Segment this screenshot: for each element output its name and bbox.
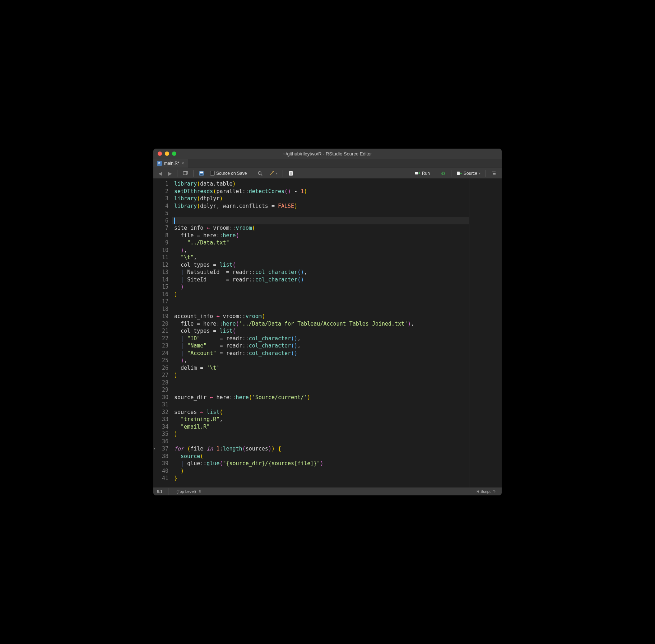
svg-point-4 (258, 172, 261, 174)
scope-selector[interactable]: (Top Level) ⇅ (174, 488, 203, 495)
svg-rect-2 (200, 172, 203, 173)
source-icon (456, 171, 462, 176)
tab-close-icon[interactable]: × (182, 161, 184, 166)
save-icon (199, 171, 204, 176)
popup-icon (182, 171, 188, 176)
app-window: ~/github/rileytwo/R - RStudio Source Edi… (153, 149, 502, 495)
filetype-label: R Script (477, 489, 491, 494)
source-button[interactable]: Source ▾ (454, 169, 483, 177)
close-window-button[interactable] (158, 151, 162, 156)
run-label: Run (422, 171, 430, 176)
code-editor[interactable]: 1234567891011121314151617181920212223242… (153, 179, 502, 487)
find-button[interactable] (255, 169, 265, 177)
compile-report-button[interactable] (286, 169, 296, 177)
cursor-position: 6:1 (157, 489, 162, 494)
toolbar: ◀ ▶ Source on Save ▾ Run (153, 168, 502, 179)
search-icon (257, 171, 263, 176)
svg-line-6 (270, 172, 273, 175)
window-title: ~/github/rileytwo/R - RStudio Source Edi… (283, 151, 372, 157)
run-icon (415, 171, 421, 176)
status-bar: 6:1 (Top Level) ⇅ R Script ⇅ (153, 487, 502, 495)
updown-icon: ⇅ (199, 490, 201, 493)
svg-line-5 (261, 174, 262, 176)
rerun-icon (440, 171, 446, 176)
titlebar: ~/github/rileytwo/R - RStudio Source Edi… (153, 149, 502, 159)
svg-rect-3 (200, 174, 203, 175)
checkbox-icon (210, 171, 215, 176)
source-on-save-toggle[interactable]: Source on Save (208, 170, 249, 177)
minimize-window-button[interactable] (165, 151, 169, 156)
svg-rect-11 (415, 172, 418, 174)
tab-filename: main.R* (164, 161, 180, 166)
code-tools-button[interactable]: ▾ (266, 169, 280, 177)
run-button[interactable]: Run (413, 169, 432, 177)
updown-icon: ⇅ (493, 490, 496, 493)
filetype-selector[interactable]: R Script ⇅ (474, 488, 498, 495)
nav-forward-button[interactable]: ▶ (166, 169, 174, 177)
svg-rect-12 (457, 172, 460, 175)
wand-icon (269, 171, 274, 176)
line-gutter: 1234567891011121314151617181920212223242… (153, 179, 172, 487)
svg-rect-0 (183, 172, 187, 175)
nav-back-button[interactable]: ◀ (156, 169, 164, 177)
traffic-lights (158, 151, 176, 156)
outline-icon (491, 171, 497, 176)
code-area[interactable]: library(data.table)setDTthreads(parallel… (172, 179, 469, 487)
arrow-left-icon: ◀ (158, 171, 162, 176)
scope-label: (Top Level) (176, 489, 196, 494)
source-on-save-label: Source on Save (216, 171, 247, 176)
arrow-right-icon: ▶ (168, 171, 172, 176)
source-label: Source (464, 171, 477, 176)
file-tab[interactable]: R main.R* × (153, 159, 188, 168)
notebook-icon (288, 171, 294, 176)
r-file-icon: R (157, 161, 162, 166)
maximize-window-button[interactable] (172, 151, 176, 156)
save-button[interactable] (196, 169, 206, 177)
rerun-button[interactable] (438, 169, 448, 177)
show-in-new-window-button[interactable] (180, 169, 190, 177)
outline-button[interactable] (489, 169, 499, 177)
tab-bar: R main.R* × (153, 159, 502, 168)
minimap[interactable] (469, 179, 502, 487)
